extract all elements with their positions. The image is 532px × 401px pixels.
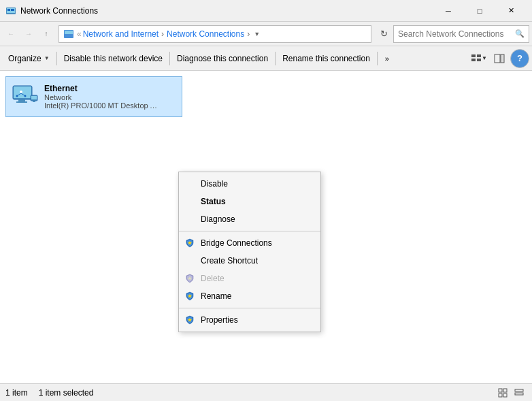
toolbar-separator-1 — [56, 52, 57, 65]
window-title: Network Connections — [20, 6, 433, 16]
status-bar: 1 item 1 item selected — [0, 383, 532, 401]
diagnose-button[interactable]: Diagnose this connection — [171, 49, 273, 68]
toolbar-separator-2 — [169, 52, 170, 65]
ctx-status[interactable]: Status — [179, 193, 320, 210]
rename-shield-icon — [184, 291, 195, 302]
network-adapter: Intel(R) PRO/1000 MT Desktop Ad... — [44, 101, 160, 110]
selected-count: 1 item selected — [39, 388, 94, 398]
ctx-create-shortcut[interactable]: Create Shortcut — [179, 252, 320, 270]
search-box: 🔍 — [393, 25, 529, 43]
forward-button[interactable]: → — [20, 26, 37, 42]
main-area: Ethernet Network Intel(R) PRO/1000 MT De… — [0, 71, 532, 383]
list-view-icon — [514, 388, 524, 398]
ctx-properties[interactable]: Properties — [179, 311, 320, 329]
toolbar: Organize ▼ Disable this network device D… — [0, 46, 532, 71]
toolbar-separator-4 — [377, 52, 378, 65]
svg-rect-2 — [7, 9, 10, 11]
svg-rect-6 — [471, 54, 476, 57]
view-icon — [471, 53, 482, 64]
search-input[interactable] — [398, 29, 515, 39]
ctx-rename[interactable]: Rename — [179, 287, 320, 305]
view-dropdown-icon: ▼ — [482, 55, 487, 61]
properties-shield-icon — [184, 315, 195, 325]
ctx-separator-2 — [179, 308, 320, 308]
help-button[interactable]: ? — [510, 49, 529, 68]
ctx-disable[interactable]: Disable — [179, 175, 320, 193]
ethernet-icon — [12, 83, 39, 110]
svg-rect-31 — [503, 394, 507, 397]
ctx-separator-1 — [179, 231, 320, 231]
svg-rect-29 — [503, 389, 507, 392]
svg-rect-9 — [477, 59, 481, 61]
breadcrumb-network-internet[interactable]: Network and Internet — [83, 29, 159, 39]
status-view-list[interactable] — [512, 386, 527, 400]
disable-button[interactable]: Disable this network device — [59, 49, 168, 68]
search-icon: 🔍 — [515, 29, 525, 38]
close-button[interactable]: ✕ — [495, 0, 527, 22]
network-info: Ethernet Network Intel(R) PRO/1000 MT De… — [44, 84, 160, 110]
svg-rect-8 — [471, 59, 476, 61]
up-button[interactable]: ↑ — [38, 26, 54, 42]
ctx-diagnose[interactable]: Diagnose — [179, 210, 320, 228]
toolbar-right: ▼ ? — [469, 49, 529, 68]
grid-view-icon — [498, 388, 508, 398]
svg-rect-5 — [65, 31, 73, 34]
item-count: 1 item — [5, 388, 28, 398]
breadcrumb-separator-left: « — [77, 29, 82, 39]
ctx-delete[interactable]: Delete — [179, 270, 320, 287]
view-options-button[interactable]: ▼ — [469, 49, 488, 68]
network-type: Network — [44, 93, 160, 101]
window-icon — [5, 5, 16, 16]
breadcrumb-network-connections[interactable]: Network Connections — [167, 29, 244, 39]
window-controls: ─ □ ✕ — [433, 0, 527, 22]
more-button[interactable]: » — [379, 49, 395, 68]
svg-rect-7 — [477, 54, 481, 57]
network-name: Ethernet — [44, 84, 160, 93]
breadcrumb-sep1: › — [161, 29, 164, 39]
rename-button[interactable]: Rename this connection — [277, 49, 376, 68]
svg-rect-23 — [33, 101, 35, 102]
file-area: Ethernet Network Intel(R) PRO/1000 MT De… — [0, 71, 532, 383]
svg-rect-30 — [499, 394, 502, 397]
context-menu: Disable Status Diagnose Bri — [178, 172, 321, 332]
svg-rect-15 — [16, 101, 27, 103]
status-right — [495, 386, 527, 400]
svg-rect-33 — [515, 393, 523, 395]
organize-button[interactable]: Organize ▼ — [3, 49, 55, 68]
breadcrumb-icon — [63, 29, 74, 39]
network-item-ethernet[interactable]: Ethernet Network Intel(R) PRO/1000 MT De… — [5, 76, 182, 117]
breadcrumb-sep2: › — [247, 29, 250, 39]
ctx-bridge[interactable]: Bridge Connections — [179, 234, 320, 252]
preview-pane-button[interactable] — [490, 49, 509, 68]
breadcrumb-dropdown[interactable]: ▼ — [252, 31, 261, 37]
svg-rect-22 — [31, 96, 37, 99]
svg-rect-14 — [18, 99, 25, 101]
svg-rect-3 — [11, 9, 14, 11]
minimize-button[interactable]: ─ — [433, 0, 464, 22]
back-button[interactable]: ← — [3, 26, 19, 42]
breadcrumb: « Network and Internet › Network Connect… — [59, 25, 371, 43]
refresh-button[interactable]: ↻ — [376, 26, 392, 42]
svg-rect-28 — [499, 389, 502, 392]
preview-icon — [494, 53, 505, 64]
bridge-shield-icon — [184, 238, 195, 248]
svg-rect-10 — [495, 54, 500, 63]
svg-rect-32 — [515, 389, 523, 391]
svg-point-16 — [20, 91, 22, 93]
organize-chevron-icon: ▼ — [44, 55, 50, 61]
title-bar: Network Connections ─ □ ✕ — [0, 0, 532, 22]
maximize-button[interactable]: □ — [464, 0, 495, 22]
toolbar-separator-3 — [275, 52, 276, 65]
status-view-grid[interactable] — [495, 386, 510, 400]
svg-rect-11 — [501, 54, 504, 63]
address-bar: ← → ↑ « Network and Internet › Network C… — [0, 22, 532, 46]
delete-shield-icon — [184, 273, 195, 284]
